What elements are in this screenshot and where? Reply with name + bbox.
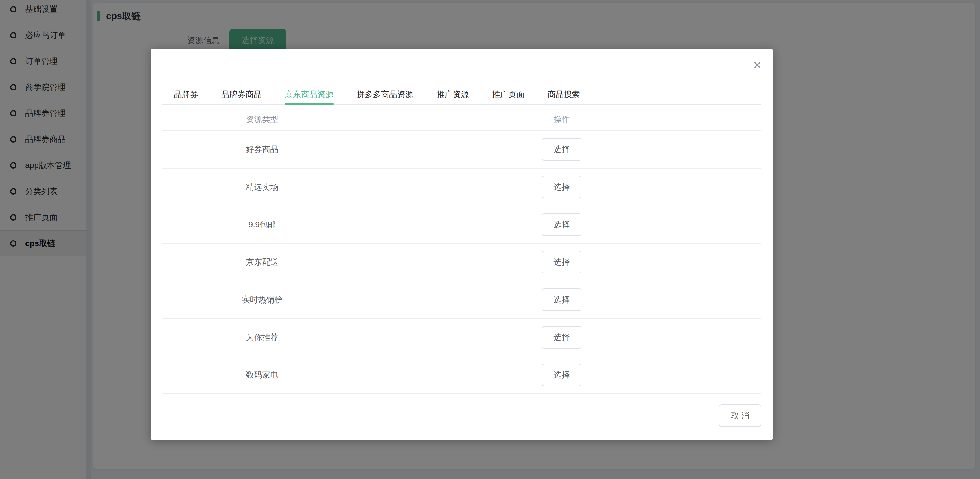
action-cell: 选择 <box>362 326 761 349</box>
resource-tab-label: 品牌券商品 <box>221 90 262 99</box>
close-icon[interactable]: ✕ <box>751 59 764 72</box>
resource-tab[interactable]: 京东商品资源 <box>274 85 345 104</box>
resource-type-cell: 数码家电 <box>162 370 362 381</box>
table-body: 好券商品 选择 精选卖场 选择 9.9包邮 选择 <box>162 131 761 394</box>
resource-tab[interactable]: 品牌券 <box>162 85 210 104</box>
dialog-footer: 取 消 <box>162 404 761 427</box>
table-row: 好券商品 选择 <box>162 131 761 168</box>
resource-tab[interactable]: 拼多多商品资源 <box>345 85 425 104</box>
resource-type-cell: 京东配送 <box>162 257 362 268</box>
resource-tab-label: 京东商品资源 <box>285 90 334 99</box>
table-row: 9.9包邮 选择 <box>162 206 761 244</box>
resource-tabs: 品牌券 品牌券商品 京东商品资源 拼多多商品资源 推广资源 推广页面 商品搜 <box>162 85 761 105</box>
action-cell: 选择 <box>362 289 761 311</box>
resource-tab-label: 商品搜索 <box>547 90 580 99</box>
action-cell: 选择 <box>362 176 761 198</box>
select-button[interactable]: 选择 <box>542 289 581 311</box>
action-cell: 选择 <box>362 364 761 386</box>
table-row: 实时热销榜 选择 <box>162 281 761 319</box>
column-header-action: 操作 <box>362 114 761 125</box>
resource-tab[interactable]: 推广资源 <box>425 85 480 104</box>
resource-type-cell: 为你推荐 <box>162 332 362 343</box>
select-button[interactable]: 选择 <box>542 251 581 273</box>
resource-type-cell: 好券商品 <box>162 144 362 155</box>
resource-type-cell: 实时热销榜 <box>162 294 362 305</box>
resource-type-cell: 精选卖场 <box>162 182 362 192</box>
resource-table: 资源类型 操作 好券商品 选择 精选卖场 选择 <box>162 108 761 394</box>
select-button[interactable]: 选择 <box>542 364 581 386</box>
resource-tab[interactable]: 推广页面 <box>480 85 536 104</box>
resource-tab-label: 推广资源 <box>436 90 469 99</box>
action-cell: 选择 <box>362 213 761 236</box>
table-row: 为你推荐 选择 <box>162 319 761 357</box>
resource-dialog: ✕ 品牌券 品牌券商品 京东商品资源 拼多多商品资源 推广资源 推广页面 <box>151 49 773 440</box>
select-button[interactable]: 选择 <box>542 326 581 349</box>
resource-tab[interactable]: 品牌券商品 <box>210 85 274 104</box>
action-cell: 选择 <box>362 251 761 273</box>
select-button[interactable]: 选择 <box>542 213 581 236</box>
cancel-button[interactable]: 取 消 <box>719 404 761 427</box>
resource-tab-label: 品牌券 <box>174 90 198 99</box>
select-button[interactable]: 选择 <box>542 138 581 161</box>
select-button[interactable]: 选择 <box>542 176 581 198</box>
resource-tab-label: 推广页面 <box>492 90 524 99</box>
table-row: 京东配送 选择 <box>162 244 761 281</box>
resource-tab[interactable]: 商品搜索 <box>536 85 592 104</box>
table-row: 数码家电 选择 <box>162 357 761 394</box>
table-header-row: 资源类型 操作 <box>162 108 761 131</box>
column-header-type: 资源类型 <box>162 114 362 125</box>
resource-tab-label: 拼多多商品资源 <box>356 90 414 99</box>
table-row: 精选卖场 选择 <box>162 168 761 206</box>
resource-type-cell: 9.9包邮 <box>162 219 362 230</box>
action-cell: 选择 <box>362 138 761 161</box>
